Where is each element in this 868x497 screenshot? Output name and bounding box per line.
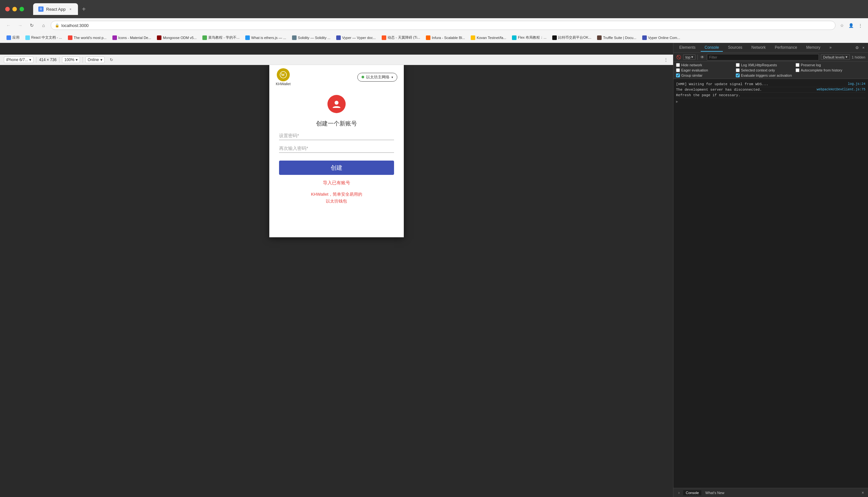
bookmark-react[interactable]: React 中文文档 - ...: [23, 34, 65, 42]
option-selected-context: Selected context only: [736, 68, 794, 72]
hide-network-checkbox[interactable]: [676, 63, 680, 67]
zoom-level: 100%: [64, 58, 74, 62]
maximize-window-button[interactable]: [19, 7, 24, 11]
console-source-1[interactable]: log.js:24: [848, 82, 865, 86]
confirm-password-input[interactable]: [279, 146, 394, 151]
bookmark-kovan[interactable]: Kovan Testnet/fa...: [468, 34, 509, 42]
bookmark-vyper-label: Vyper — Vyper doc...: [342, 36, 376, 40]
log-xhr-checkbox[interactable]: [736, 63, 740, 67]
kovan-bookmark-icon: [471, 36, 475, 40]
bookmark-apps-label: 应用: [12, 35, 19, 40]
forward-button[interactable]: →: [16, 21, 25, 30]
tab-console[interactable]: Console: [701, 44, 723, 52]
preserve-log-checkbox[interactable]: [796, 63, 799, 67]
top-label: top: [686, 55, 690, 59]
log-level-chevron: ▾: [845, 55, 848, 59]
tab-memory[interactable]: Memory: [803, 44, 824, 52]
tab-sources[interactable]: Sources: [724, 44, 746, 52]
tagline-line1: KHWallet，简单安全易用的: [311, 191, 362, 198]
back-button[interactable]: ←: [4, 21, 13, 30]
close-window-button[interactable]: [5, 7, 10, 11]
wallet-name-label: KHWallet: [276, 82, 291, 86]
tab-favicon: R: [38, 6, 44, 12]
import-account-link[interactable]: 导入已有账号: [323, 180, 350, 186]
bookmark-infura-label: Infura - Scalable Bl...: [432, 36, 465, 40]
create-account-button[interactable]: 创建: [279, 160, 394, 175]
close-bottom-panel-icon[interactable]: ×: [860, 490, 865, 495]
log-xhr-label: Log XMLHttpRequests: [741, 63, 777, 67]
bookmark-runoob[interactable]: 菜鸟教程 - 学的不...: [200, 34, 242, 42]
bookmark-infura[interactable]: Infura - Scalable Bl...: [423, 34, 468, 42]
devtools-settings-icon[interactable]: ⚙: [854, 45, 859, 51]
top-context-selector[interactable]: top ▾: [683, 54, 695, 60]
tab-more[interactable]: »: [825, 44, 836, 52]
expand-console-row[interactable]: ▶: [676, 98, 865, 105]
selected-context-label: Selected context only: [741, 68, 775, 72]
option-eager-eval: Eager evaluation: [676, 68, 735, 72]
bookmark-okex[interactable]: 比特币交易平台OK...: [550, 34, 594, 42]
more-options-button[interactable]: ⋮: [663, 57, 669, 63]
zoom-chevron-icon: ▾: [76, 58, 78, 62]
menu-icon[interactable]: ⋮: [856, 22, 864, 29]
infura-bookmark-icon: [426, 36, 430, 40]
bookmark-icons[interactable]: Icons - Material De...: [110, 34, 154, 42]
bookmark-solidity[interactable]: Solidity — Solidity ...: [290, 34, 333, 42]
zoom-selector[interactable]: 100% ▾: [62, 57, 80, 63]
device-chevron-icon: ▾: [29, 58, 31, 62]
user-profile-icon[interactable]: 👤: [847, 22, 855, 29]
console-prompt-icon[interactable]: ›: [676, 490, 682, 496]
bookmark-mongoose[interactable]: Mongoose ODM v5...: [154, 34, 199, 42]
home-button[interactable]: ⌂: [39, 21, 48, 30]
address-bar[interactable]: 🔒 localhost:3000: [51, 21, 836, 30]
console-message-2: The development server has disconnected.…: [676, 87, 865, 93]
bookmark-vyper[interactable]: Vyper — Vyper doc...: [334, 34, 379, 42]
tab-close-button[interactable]: ×: [68, 7, 73, 11]
bookmark-flex[interactable]: Flex 布局教程：...: [509, 34, 549, 42]
console-toolbar: 🚫 top ▾ 👁 Default levels ▾ 1 hidden: [673, 53, 868, 62]
clear-console-icon[interactable]: 🚫: [676, 55, 681, 60]
bookmark-truffle[interactable]: Truffle Suite | Docu...: [594, 34, 639, 42]
bottom-tab-console[interactable]: Console: [683, 490, 701, 495]
log-level-selector[interactable]: Default levels ▾: [821, 54, 850, 60]
bookmark-icon[interactable]: ☆: [838, 22, 846, 29]
tab-elements[interactable]: Elements: [675, 44, 700, 52]
bookmark-apps[interactable]: 应用: [4, 34, 22, 42]
selected-context-checkbox[interactable]: [736, 68, 740, 72]
bookmark-ethers[interactable]: What is ethers.js — ...: [242, 34, 289, 42]
browser-viewport: iPhone 6/7... ▾ 414 × 736 100% ▾ Online …: [0, 43, 673, 497]
new-tab-button[interactable]: +: [79, 4, 88, 14]
group-similar-checkbox[interactable]: [676, 73, 680, 77]
bookmark-kovan-label: Kovan Testnet/fa...: [476, 36, 506, 40]
refresh-device-button[interactable]: ↻: [108, 57, 114, 63]
tagline-line2: 以太坊钱包: [311, 198, 362, 205]
eval-triggers-checkbox[interactable]: [736, 73, 740, 77]
ethers-bookmark-icon: [245, 36, 250, 40]
tab-performance[interactable]: Performance: [771, 44, 801, 52]
devtools-close-icon[interactable]: ×: [861, 45, 866, 51]
wallet-logo-area: W KHWallet: [276, 68, 291, 86]
bookmark-tianyi[interactable]: 动态 - 天翼障碍 (Ti...: [379, 34, 423, 42]
active-tab[interactable]: R React App ×: [33, 3, 78, 15]
console-message-text-2: The development server has disconnected.: [676, 88, 817, 92]
network-badge[interactable]: 以太坊主网络 ▾: [357, 73, 397, 82]
bookmark-world[interactable]: The world's most p...: [65, 34, 109, 42]
tab-network[interactable]: Network: [748, 44, 769, 52]
bottom-tab-whats-new[interactable]: What's New: [703, 490, 727, 495]
device-selector[interactable]: iPhone 6/7... ▾: [4, 57, 33, 63]
network-selector[interactable]: Online ▾: [85, 57, 105, 63]
password-input[interactable]: [279, 133, 394, 138]
console-source-2[interactable]: webpackHotDevClient.js:75: [817, 88, 865, 92]
refresh-button[interactable]: ↻: [27, 21, 36, 30]
eye-icon[interactable]: 👁: [700, 55, 705, 60]
top-context-chevron: ▾: [691, 55, 693, 59]
autocomplete-checkbox[interactable]: [796, 68, 799, 72]
eager-eval-checkbox[interactable]: [676, 68, 680, 72]
devtools-bottom-bar: › Console What's New ×: [673, 488, 868, 497]
minimize-window-button[interactable]: [12, 7, 17, 11]
bookmark-vyper-online[interactable]: Vyper Online Com...: [639, 34, 683, 42]
solidity-bookmark-icon: [292, 36, 297, 40]
console-filter-input[interactable]: [707, 54, 819, 60]
toolbar-divider-3: [83, 57, 83, 63]
option-hide-network: Hide network: [676, 63, 735, 67]
log-level-label: Default levels: [823, 55, 844, 59]
